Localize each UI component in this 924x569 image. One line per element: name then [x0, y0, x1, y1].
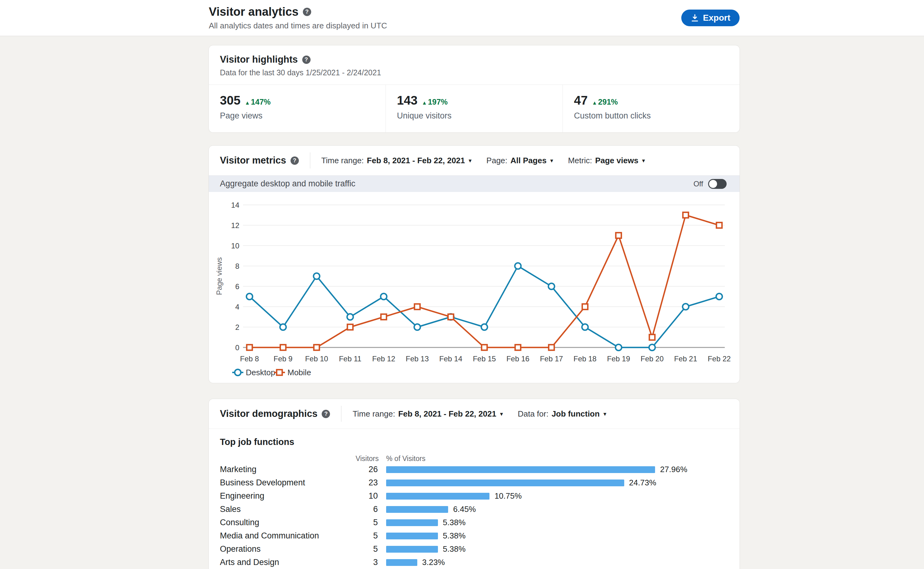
data-point-desktop	[548, 283, 555, 289]
filter-label: Data for:	[518, 409, 549, 419]
data-point-mobile	[649, 335, 655, 340]
metric-delta: ▲197%	[422, 97, 448, 106]
data-point-mobile	[683, 212, 688, 218]
data-point-mobile	[247, 345, 252, 350]
job-function-label: Engineering	[220, 491, 356, 501]
divider	[341, 406, 341, 422]
metrics-title: Visitor metrics	[220, 155, 286, 166]
job-function-label: Marketing	[220, 465, 356, 474]
metric-label: Unique visitors	[397, 111, 551, 121]
download-icon	[690, 14, 699, 22]
data-point-mobile	[716, 222, 722, 228]
percentage-bar	[386, 506, 448, 513]
page-subtitle: All analytics dates and times are displa…	[209, 21, 387, 30]
job-function-label: Consulting	[220, 518, 356, 527]
percentage-label: 6.45%	[453, 505, 476, 514]
x-tick-label: Feb 8	[240, 354, 259, 363]
metric-delta: ▲291%	[592, 97, 618, 106]
help-icon[interactable]: ?	[291, 157, 299, 165]
export-button[interactable]: Export	[681, 9, 740, 26]
legend-marker	[277, 370, 282, 375]
filter-label: Time range:	[322, 156, 364, 165]
visitors-count: 3	[356, 558, 378, 567]
x-tick-label: Feb 22	[708, 354, 731, 363]
table-row: Marketing2627.96%	[220, 463, 728, 476]
metric-value: 305	[220, 93, 241, 107]
data-point-mobile	[381, 314, 387, 319]
y-tick-label: 8	[235, 262, 239, 270]
filter-label: Time range:	[352, 409, 395, 419]
y-tick-label: 10	[231, 242, 239, 250]
time-range-filter[interactable]: Time range: Feb 8, 2021 - Feb 22, 2021 ▾	[352, 409, 503, 419]
job-functions-rows: Marketing2627.96%Business Development232…	[220, 463, 728, 569]
percentage-bar-cell: 10.75%	[378, 491, 728, 501]
filter-label: Metric:	[568, 156, 592, 165]
table-row: Operations55.38%	[220, 542, 728, 556]
x-tick-label: Feb 9	[273, 354, 292, 363]
divider	[310, 152, 310, 169]
percentage-label: 27.96%	[660, 465, 687, 474]
percentage-bar	[386, 466, 655, 473]
data-point-desktop	[381, 294, 387, 300]
data-point-mobile	[482, 345, 487, 350]
x-tick-label: Feb 10	[305, 354, 328, 363]
percentage-bar-cell: 6.45%	[378, 505, 728, 514]
table-row: Business Development2324.73%	[220, 476, 728, 489]
job-function-label: Sales	[220, 505, 356, 514]
y-axis-title: Page views	[215, 257, 223, 295]
export-label: Export	[703, 13, 730, 23]
legend-label: Mobile	[287, 368, 311, 377]
filter-value: All Pages	[510, 156, 546, 165]
percentage-bar-cell: 27.96%	[378, 465, 728, 474]
percentage-bar	[386, 493, 489, 500]
help-icon[interactable]: ?	[302, 56, 311, 64]
job-function-label: Media and Communication	[220, 531, 356, 541]
visitors-count: 5	[356, 518, 378, 527]
page-title: Visitor analytics	[209, 5, 299, 18]
page-filter[interactable]: Page: All Pages ▾	[486, 156, 553, 165]
percentage-label: 10.75%	[495, 491, 522, 501]
metric-unique-visitors: 143 ▲197% Unique visitors	[385, 85, 563, 132]
visitors-count: 5	[356, 544, 378, 554]
x-tick-label: Feb 14	[439, 354, 462, 363]
aggregate-toggle[interactable]	[708, 179, 727, 189]
page-header: Visitor analytics ? All analytics dates …	[0, 0, 924, 36]
data-point-mobile	[616, 233, 621, 238]
help-icon[interactable]: ?	[303, 8, 311, 16]
metric-page-views: 305 ▲147% Page views	[209, 85, 385, 132]
legend-marker	[235, 369, 241, 376]
table-title: Top job functions	[220, 437, 728, 447]
chevron-down-icon: ▾	[500, 411, 503, 417]
data-point-mobile	[314, 345, 320, 350]
percentage-bar	[386, 559, 417, 566]
visitor-demographics-card: Visitor demographics ? Time range: Feb 8…	[209, 399, 740, 569]
page-header-text: Visitor analytics ? All analytics dates …	[209, 5, 387, 30]
metric-label: Custom button clicks	[574, 111, 728, 121]
data-point-desktop	[414, 324, 420, 330]
filter-value: Feb 8, 2021 - Feb 22, 2021	[398, 409, 496, 419]
toggle-state-label: Off	[693, 180, 703, 188]
percentage-bar-cell: 24.73%	[378, 478, 728, 488]
filter-value: Feb 8, 2021 - Feb 22, 2021	[367, 156, 465, 165]
help-icon[interactable]: ?	[322, 410, 330, 418]
y-tick-label: 4	[235, 303, 239, 311]
job-function-label: Arts and Design	[220, 558, 356, 567]
data-point-desktop	[314, 273, 320, 279]
metric-filter[interactable]: Metric: Page views ▾	[568, 156, 645, 165]
toggle-knob	[709, 180, 717, 188]
filter-label: Page:	[486, 156, 507, 165]
data-for-filter[interactable]: Data for: Job function ▾	[518, 409, 606, 419]
visitors-count: 10	[356, 491, 378, 501]
data-point-mobile	[280, 345, 286, 350]
visitors-count: 6	[356, 505, 378, 514]
aggregate-toggle-row: Aggregate desktop and mobile traffic Off	[209, 176, 740, 192]
chevron-down-icon: ▾	[603, 411, 606, 417]
x-tick-label: Feb 13	[406, 354, 429, 363]
percentage-bar	[386, 546, 438, 553]
y-tick-label: 2	[235, 323, 239, 332]
time-range-filter[interactable]: Time range: Feb 8, 2021 - Feb 22, 2021 ▾	[322, 156, 472, 165]
filter-value: Job function	[551, 409, 599, 419]
data-point-desktop	[649, 344, 655, 350]
visitor-highlights-card: Visitor highlights ? Data for the last 3…	[209, 46, 740, 132]
visitors-count: 23	[356, 478, 378, 488]
